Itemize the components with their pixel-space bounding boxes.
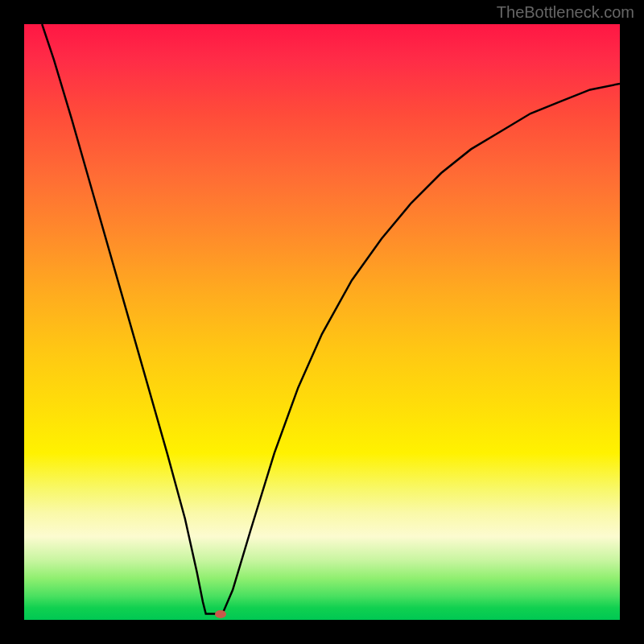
curve-svg — [24, 24, 620, 620]
optimal-point-marker — [215, 610, 226, 618]
bottleneck-curve — [42, 24, 620, 614]
watermark-text: TheBottleneck.com — [497, 3, 634, 22]
plot-area — [24, 24, 620, 620]
